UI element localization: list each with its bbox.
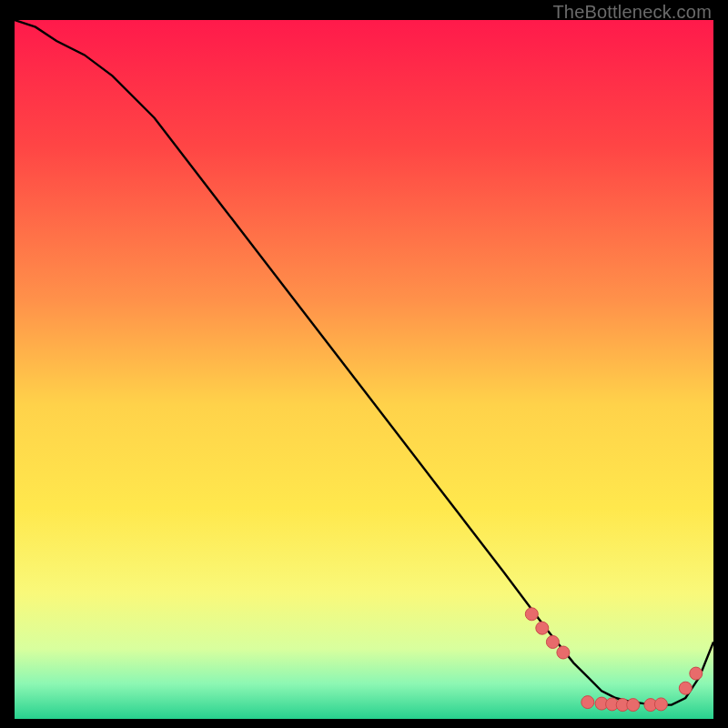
data-point-marker [557,646,570,659]
data-point-marker [546,636,559,649]
data-point-marker [654,698,667,711]
data-point-marker [536,622,549,634]
chart-frame [15,20,713,719]
data-point-marker [525,608,538,621]
data-point-marker [690,667,703,680]
data-point-marker [627,699,640,712]
bottleneck-chart [15,20,713,719]
data-point-marker [581,696,594,709]
gradient-background [15,20,713,719]
data-point-marker [679,682,692,694]
